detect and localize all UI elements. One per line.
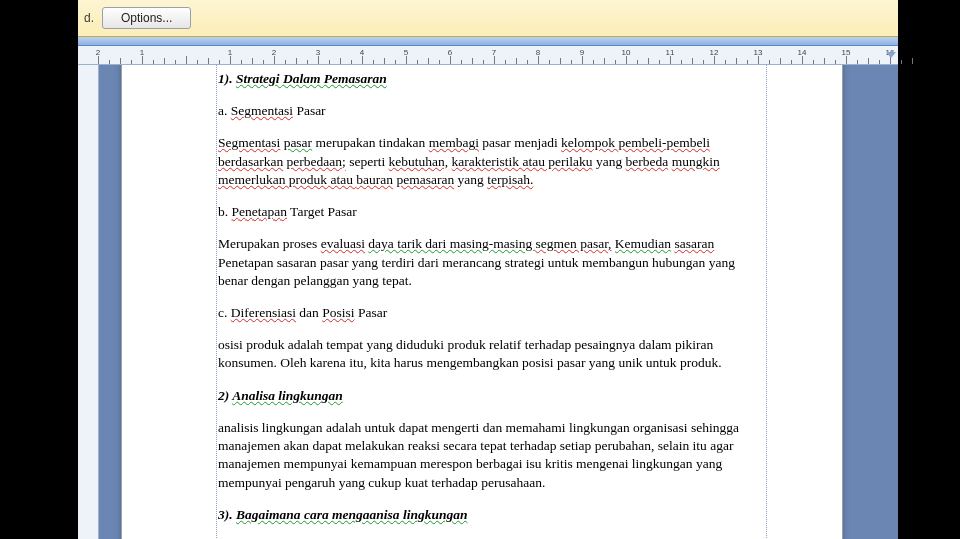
ruler-tick xyxy=(747,60,748,64)
page-container: 1). Strategi Dalam Pemasaran a. Segmenta… xyxy=(99,65,898,539)
ruler-tick xyxy=(912,58,913,64)
subhead-c: c. Diferensiasi dan Posisi Pasar xyxy=(218,304,758,322)
ruler-tick xyxy=(725,60,726,64)
ruler-tick xyxy=(505,60,506,64)
ruler-tick xyxy=(417,60,418,64)
ruler-tick xyxy=(824,58,825,64)
right-indent-marker-icon[interactable] xyxy=(886,52,896,58)
ruler-tick xyxy=(450,56,451,64)
document-body[interactable]: 1). Strategi Dalam Pemasaran a. Segmenta… xyxy=(218,70,758,539)
ruler-number: 8 xyxy=(536,48,540,57)
ruler-tick xyxy=(692,58,693,64)
ruler-tick xyxy=(659,60,660,64)
ruler-tick xyxy=(351,60,352,64)
ruler-tick xyxy=(109,60,110,64)
ruler-tick xyxy=(780,58,781,64)
ruler-tick xyxy=(131,60,132,64)
ruler-tick xyxy=(252,58,253,64)
ruler-tick xyxy=(681,60,682,64)
ruler-tick xyxy=(142,56,143,64)
ruler-tick xyxy=(560,58,561,64)
ruler-tick xyxy=(461,60,462,64)
ruler-tick xyxy=(241,60,242,64)
word-window: d. Options... 2112345678910111213141516 … xyxy=(78,0,898,539)
ruler-tick xyxy=(516,58,517,64)
ruler-tick xyxy=(120,58,121,64)
ruler-tick xyxy=(769,60,770,64)
heading-3: 3). Bagaimana cara mengaanisa lingkungan xyxy=(218,506,758,524)
ruler-tick xyxy=(428,58,429,64)
ruler-tick xyxy=(802,56,803,64)
ruler-tick xyxy=(263,60,264,64)
ruler-tick xyxy=(494,56,495,64)
ruler-number: 15 xyxy=(842,48,851,57)
ruler-tick xyxy=(164,58,165,64)
ruler-tick xyxy=(340,58,341,64)
options-button[interactable]: Options... xyxy=(102,7,191,29)
vertical-ruler[interactable] xyxy=(78,65,99,539)
ruler-tick xyxy=(373,60,374,64)
ruler-tick xyxy=(197,60,198,64)
para-segmentasi: Segmentasi pasar merupakan tindakan memb… xyxy=(218,134,758,189)
ruler-number: 1 xyxy=(140,48,144,57)
ruler-tick xyxy=(791,60,792,64)
message-bar: d. Options... xyxy=(78,0,898,37)
ruler-tick xyxy=(901,60,902,64)
heading-1: 1). Strategi Dalam Pemasaran xyxy=(218,70,758,88)
ruler-tick xyxy=(274,56,275,64)
ruler-tick xyxy=(736,58,737,64)
para-target: Merupakan proses evaluasi daya tarik dar… xyxy=(218,235,758,290)
ruler-number: 1 xyxy=(228,48,232,57)
ruler-tick xyxy=(813,60,814,64)
ruler-tick xyxy=(98,56,99,64)
subhead-a: a. Segmentasi Pasar xyxy=(218,102,758,120)
ruler-tick xyxy=(538,56,539,64)
ruler-number: 14 xyxy=(798,48,807,57)
ruler-tick xyxy=(582,56,583,64)
horizontal-ruler[interactable]: 2112345678910111213141516 xyxy=(78,46,898,65)
ruler-number: 4 xyxy=(360,48,364,57)
right-margin-guide xyxy=(766,65,767,539)
ruler-tick xyxy=(318,56,319,64)
ruler-tick xyxy=(670,56,671,64)
ruler-tick xyxy=(395,60,396,64)
ruler-tick xyxy=(549,60,550,64)
ruler-number: 2 xyxy=(96,48,100,57)
document-page[interactable]: 1). Strategi Dalam Pemasaran a. Segmenta… xyxy=(121,65,843,539)
ruler-number: 7 xyxy=(492,48,496,57)
ruler-tick xyxy=(615,60,616,64)
ruler-number: 6 xyxy=(448,48,452,57)
ruler-tick xyxy=(703,60,704,64)
ruler-tick xyxy=(604,58,605,64)
ruler-tick xyxy=(835,60,836,64)
ruler-tick xyxy=(406,56,407,64)
ruler-tick xyxy=(714,56,715,64)
work-area: 1). Strategi Dalam Pemasaran a. Segmenta… xyxy=(78,65,898,539)
ribbon-divider xyxy=(78,37,898,46)
ruler-tick xyxy=(285,60,286,64)
ruler-tick xyxy=(175,60,176,64)
ruler-tick xyxy=(593,60,594,64)
ruler-number: 9 xyxy=(580,48,584,57)
ruler-tick xyxy=(153,60,154,64)
ruler-tick xyxy=(186,56,187,64)
ruler-tick xyxy=(472,58,473,64)
ruler-tick xyxy=(846,56,847,64)
ruler-number: 10 xyxy=(622,48,631,57)
ruler-tick xyxy=(758,56,759,64)
para-analisis: analisis lingkungan adalah untuk dapat m… xyxy=(218,419,758,492)
ruler-tick xyxy=(296,58,297,64)
ruler-number: 2 xyxy=(272,48,276,57)
ruler-tick xyxy=(230,56,231,64)
heading-2: 2) Analisa lingkungan xyxy=(218,387,758,405)
ruler-tick xyxy=(362,56,363,64)
ruler-tick xyxy=(637,60,638,64)
para-diferensiasi: osisi produk adalah tempat yang diduduki… xyxy=(218,336,758,372)
ruler-tick xyxy=(208,58,209,64)
ruler-number: 13 xyxy=(754,48,763,57)
ruler-tick xyxy=(483,60,484,64)
ruler-tick xyxy=(571,60,572,64)
ruler-tick xyxy=(626,56,627,64)
subhead-b: b. Penetapan Target Pasar xyxy=(218,203,758,221)
ruler-tick xyxy=(384,58,385,64)
